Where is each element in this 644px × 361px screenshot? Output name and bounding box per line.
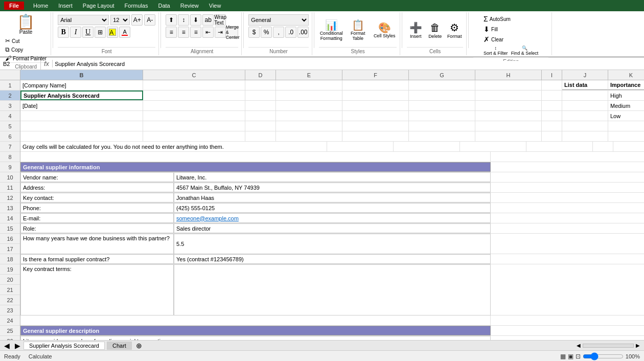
ribbon-tab-review[interactable]: Review: [175, 2, 204, 10]
cell-value-14[interactable]: someone@example.com: [174, 213, 491, 223]
font-color-button[interactable]: A: [119, 27, 130, 38]
cell-f1[interactable]: [342, 80, 409, 90]
file-button[interactable]: File: [4, 2, 24, 10]
cell-g3[interactable]: [409, 101, 475, 110]
cell-c3[interactable]: [143, 101, 245, 110]
cell-desc-25[interactable]: Litware provides a number of supplies cr…: [20, 336, 491, 340]
cell-k4[interactable]: Low: [608, 111, 644, 121]
col-header-f[interactable]: F: [342, 70, 409, 80]
increase-font-button[interactable]: A+: [131, 14, 143, 26]
cell-value-17[interactable]: Yes (contract #123456789): [174, 254, 491, 264]
cell-e7[interactable]: [327, 142, 394, 151]
cell-h4[interactable]: [475, 111, 542, 121]
normal-view-button[interactable]: ▦: [560, 353, 566, 360]
paste-button[interactable]: 📋 Paste: [13, 13, 38, 36]
ribbon-tab-insert[interactable]: Insert: [53, 2, 78, 10]
find-select-button[interactable]: 🔍Find & Select: [510, 45, 540, 56]
align-bottom-button[interactable]: ⬇: [190, 14, 201, 26]
cell-f4[interactable]: [342, 111, 409, 121]
cell-d1[interactable]: [245, 80, 276, 90]
cell-label-17[interactable]: Is there a formal supplier contract?: [20, 254, 174, 264]
cell-b7[interactable]: Gray cells will be calculated for you. Y…: [20, 142, 327, 151]
ribbon-tab-view[interactable]: View: [204, 2, 226, 10]
cell-i6[interactable]: [542, 131, 562, 141]
cell-reference-box[interactable]: B2: [0, 58, 41, 70]
cell-d4[interactable]: [245, 111, 276, 121]
cell-b6[interactable]: [20, 131, 143, 141]
cell-c1[interactable]: [143, 80, 245, 90]
align-left-button[interactable]: ≡: [166, 27, 177, 38]
delete-button[interactable]: 🗑 Delete: [426, 21, 444, 40]
col-header-h[interactable]: H: [475, 70, 542, 80]
decrease-font-button[interactable]: A-: [144, 14, 155, 26]
increase-decimal-button[interactable]: .0: [285, 27, 296, 38]
orientation-button[interactable]: ab: [202, 14, 214, 26]
col-header-k[interactable]: K: [608, 70, 644, 80]
cell-f7[interactable]: [394, 142, 460, 151]
cell-f5[interactable]: [342, 121, 409, 131]
copy-button[interactable]: ⧉Copy: [4, 46, 48, 54]
cell-f6[interactable]: [342, 131, 409, 141]
cell-h2[interactable]: [475, 91, 542, 100]
cell-label-16[interactable]: How many years have we done business wit…: [20, 234, 174, 254]
cell-d2[interactable]: [245, 91, 276, 100]
formula-input[interactable]: [53, 61, 644, 67]
cell-value-11[interactable]: 4567 Main St., Buffalo, NY 74939: [174, 183, 491, 192]
next-sheet-button[interactable]: ▶: [13, 342, 22, 350]
ribbon-tab-pagelayout[interactable]: Page Layout: [78, 2, 120, 10]
cell-e1[interactable]: [276, 80, 342, 90]
align-middle-button[interactable]: ↕: [178, 14, 189, 26]
decrease-indent-button[interactable]: ⇤: [202, 27, 214, 38]
percent-button[interactable]: %: [261, 27, 272, 38]
cell-i7[interactable]: [593, 142, 613, 151]
number-format-select[interactable]: General: [248, 14, 309, 26]
cell-i2[interactable]: [542, 91, 562, 100]
fill-color-button[interactable]: A: [107, 27, 118, 38]
cell-e2[interactable]: [276, 91, 342, 100]
col-header-b[interactable]: B: [20, 70, 143, 80]
cut-button[interactable]: ✂Cut: [4, 37, 48, 45]
col-header-c[interactable]: C: [143, 70, 245, 80]
zoom-slider[interactable]: [583, 353, 624, 360]
cell-e5[interactable]: [276, 121, 342, 131]
col-header-i[interactable]: I: [542, 70, 562, 80]
cell-c5[interactable]: [143, 121, 245, 131]
cell-label-11[interactable]: Address:: [20, 183, 174, 192]
cell-i1[interactable]: [542, 80, 562, 90]
cell-j7[interactable]: [613, 142, 644, 151]
cell-section-header-9[interactable]: General supplier information: [20, 162, 491, 172]
email-link[interactable]: someone@example.com: [176, 215, 239, 221]
cell-e6[interactable]: [276, 131, 342, 141]
cell-j2[interactable]: [562, 91, 608, 100]
cell-value-12[interactable]: Jonathan Haas: [174, 193, 491, 202]
font-size-select[interactable]: 12: [110, 15, 130, 25]
fill-button[interactable]: ⬇Fill: [482, 25, 499, 34]
cell-label-18[interactable]: Key contract terms:: [20, 264, 174, 315]
clear-button[interactable]: ✗Clear: [482, 35, 504, 44]
cell-h3[interactable]: [475, 101, 542, 110]
cell-value-16[interactable]: 5.5: [174, 234, 491, 254]
underline-button[interactable]: U: [82, 27, 94, 38]
col-header-j[interactable]: J: [562, 70, 608, 80]
cell-i3[interactable]: [542, 101, 562, 110]
sort-filter-button[interactable]: ↕Sort & Filter: [482, 45, 509, 56]
merge-center-button[interactable]: Merge & Center: [227, 27, 238, 38]
cell-g5[interactable]: [409, 121, 475, 131]
cell-e4[interactable]: [276, 111, 342, 121]
italic-button[interactable]: I: [70, 27, 81, 38]
cell-i4[interactable]: [542, 111, 562, 121]
cell-j1[interactable]: List data: [562, 80, 608, 90]
cell-b4[interactable]: [20, 111, 143, 121]
ribbon-tab-home[interactable]: Home: [28, 2, 53, 10]
cell-j5[interactable]: [562, 121, 608, 131]
cell-j4[interactable]: [562, 111, 608, 121]
cell-value-15[interactable]: Sales director: [174, 223, 491, 233]
col-header-d[interactable]: D: [245, 70, 276, 80]
page-break-view-button[interactable]: ⊡: [576, 353, 581, 360]
cell-g1[interactable]: [409, 80, 475, 90]
cell-k6[interactable]: [608, 131, 644, 141]
cell-c6[interactable]: [143, 131, 245, 141]
page-layout-view-button[interactable]: ▣: [568, 353, 573, 360]
cell-k2[interactable]: High: [608, 91, 644, 100]
cell-k1[interactable]: Importance: [608, 80, 644, 90]
